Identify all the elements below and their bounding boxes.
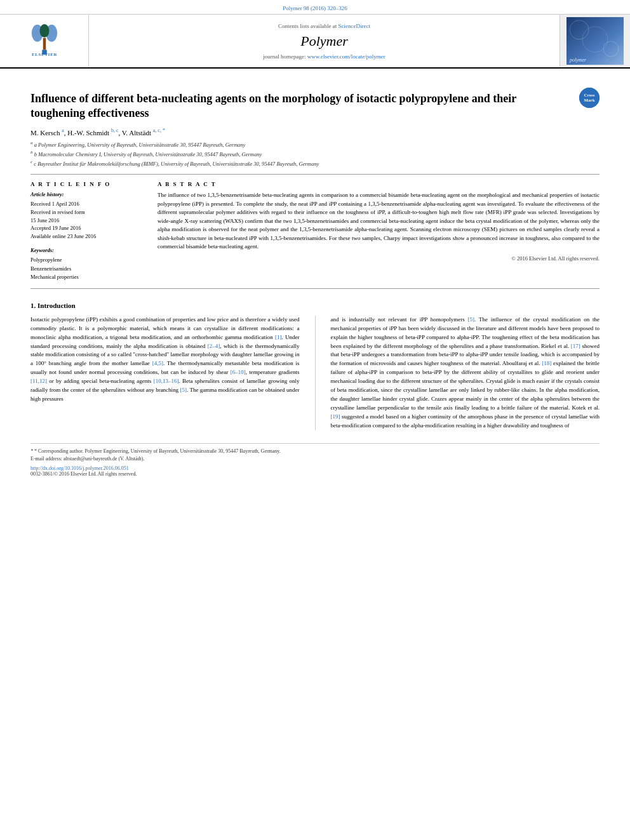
- abstract-col: A B S T R A C T The influence of two 1,3…: [158, 181, 600, 282]
- svg-rect-1: [43, 38, 46, 50]
- keywords-label: Keywords:: [30, 247, 145, 253]
- intro-left-text: Isotactic polypropylene (iPP) exhibits a…: [30, 316, 300, 404]
- journal-citation: Polymer 98 (2016) 320–326: [0, 5, 630, 11]
- divider-2: [30, 288, 600, 289]
- abstract-heading: A B S T R A C T: [158, 181, 600, 187]
- journal-homepage: journal homepage: www.elsevier.com/locat…: [263, 53, 385, 60]
- email-link[interactable]: altstaedt@uni-bayreuth.de: [64, 456, 117, 462]
- accepted-date: Accepted 19 June 2016: [30, 224, 145, 232]
- intro-right-text: and is industrially not relevant for iPP…: [331, 316, 600, 430]
- divider-1: [30, 174, 600, 175]
- author-schmidt: H.-W. Schmidt: [67, 128, 109, 136]
- author-kersch: M. Kersch: [30, 128, 60, 136]
- available-date: Available online 23 June 2016: [30, 232, 145, 241]
- word-the: the: [403, 422, 410, 429]
- word-with: with: [589, 413, 600, 420]
- article-info-col: A R T I C L E I N F O Article history: R…: [30, 181, 145, 282]
- keyword-2: Benzenetrisamides: [30, 265, 145, 274]
- homepage-text: journal homepage:: [263, 53, 305, 60]
- cite-10-16[interactable]: [10,13–16]: [154, 378, 179, 384]
- cite-17[interactable]: [17]: [571, 343, 580, 349]
- doi-url[interactable]: http://dx.doi.org/10.1016/j.polymer.2016…: [30, 465, 129, 471]
- affiliations: a a Polymer Engineering, University of B…: [30, 140, 600, 168]
- svg-text:ELSEVIER: ELSEVIER: [31, 52, 57, 57]
- affiliation-c: c c Bayreuther Institut für Makromolekül…: [30, 159, 600, 168]
- page-wrapper: Polymer 98 (2016) 320–326: [0, 0, 630, 487]
- author-schmidt-sup: b, c: [111, 128, 119, 133]
- cite-2-4[interactable]: [2–4]: [208, 343, 220, 349]
- affiliation-a: a a Polymer Engineering, University of B…: [30, 140, 600, 149]
- cite-19[interactable]: [19]: [331, 413, 340, 420]
- article-title: Influence of different beta-nucleating a…: [30, 91, 600, 121]
- journal-header: Polymer 98 (2016) 320–326: [0, 0, 630, 69]
- email-label: E-mail address:: [30, 456, 62, 462]
- received-revised-date: 15 June 2016: [30, 217, 145, 225]
- introduction-section: 1. Introduction Isotactic polypropylene …: [30, 302, 600, 430]
- intro-left-col: Isotactic polypropylene (iPP) exhibits a…: [30, 316, 300, 430]
- contents-line: Contents lists available at ScienceDirec…: [278, 23, 370, 29]
- corresponding-author-note: * Corresponding author. Polymer Engineer…: [34, 448, 281, 454]
- svg-point-4: [39, 24, 49, 37]
- cite-5[interactable]: [5]: [180, 387, 187, 393]
- cover-svg: polymer: [566, 17, 624, 65]
- crossmark-svg: Cross Mark: [579, 88, 600, 108]
- intro-heading: 1. Introduction: [30, 302, 600, 309]
- email-person: (V. Altstädt).: [118, 456, 144, 462]
- sciencedirect-link[interactable]: ScienceDirect: [338, 23, 370, 29]
- intro-number: 1.: [30, 302, 36, 309]
- crossmark-badge[interactable]: Cross Mark: [579, 88, 600, 108]
- doi-link[interactable]: http://dx.doi.org/10.1016/j.polymer.2016…: [30, 465, 600, 471]
- keyword-1: Polypropylene: [30, 256, 145, 265]
- cite-11-12[interactable]: [11,12]: [30, 378, 47, 384]
- svg-text:Cross: Cross: [584, 93, 595, 98]
- svg-text:Mark: Mark: [584, 98, 594, 103]
- copyright-line: © 2016 Elsevier Ltd. All rights reserved…: [158, 255, 600, 262]
- email-footnote: E-mail address: altstaedt@uni-bayreuth.d…: [30, 455, 600, 463]
- author-altstaedt: V. Altstädt: [122, 128, 151, 136]
- cite-5b[interactable]: [5]: [468, 316, 475, 323]
- intro-body-cols: Isotactic polypropylene (iPP) exhibits a…: [30, 316, 600, 430]
- elsevier-logo-area: ELSEVIER: [0, 15, 89, 67]
- authors-line: M. Kersch a, H.-W. Schmidt b, c, V. Alts…: [30, 128, 600, 137]
- received-revised-label: Received in revised form: [30, 208, 145, 217]
- elsevier-logo: ELSEVIER: [25, 23, 64, 59]
- journal-name: Polymer: [300, 33, 348, 50]
- footnote-area: * * Corresponding author. Polymer Engine…: [30, 443, 600, 477]
- cover-image-area: polymer: [560, 15, 630, 67]
- cite-4-5[interactable]: [4,5]: [152, 360, 163, 366]
- header-content: ELSEVIER Contents lists available at Sci…: [0, 14, 630, 67]
- crossmark-icon: Cross Mark: [579, 88, 600, 108]
- article-info-heading: A R T I C L E I N F O: [30, 181, 145, 187]
- col-divider: [315, 316, 316, 430]
- contents-text: Contents lists available at: [278, 23, 337, 29]
- cite-1[interactable]: [1]: [275, 334, 282, 340]
- citation-text: Polymer 98 (2016) 320–326: [283, 5, 347, 11]
- homepage-url[interactable]: www.elsevier.com/locate/polymer: [307, 53, 385, 60]
- author-altstaedt-sup: a, c, *: [153, 128, 165, 133]
- svg-text:polymer: polymer: [569, 57, 587, 63]
- received-date: Received 1 April 2016: [30, 200, 145, 208]
- keywords-section: Keywords: Polypropylene Benzenetrisamide…: [30, 247, 145, 282]
- journal-title-area: Contents lists available at ScienceDirec…: [89, 15, 560, 67]
- issn-text: 0032-3861/© 2016 Elsevier Ltd. All right…: [30, 471, 600, 477]
- info-abstract-row: A R T I C L E I N F O Article history: R…: [30, 181, 600, 282]
- intro-right-col: and is industrially not relevant for iPP…: [331, 316, 600, 430]
- cite-18[interactable]: [18]: [542, 360, 551, 366]
- intro-title: Introduction: [37, 302, 76, 309]
- cite-6-10[interactable]: [6–10]: [231, 369, 246, 375]
- author-kersch-sup: a: [62, 128, 64, 133]
- history-label: Article history:: [30, 191, 145, 197]
- elsevier-tree-icon: ELSEVIER: [25, 23, 64, 58]
- star-footnote: * * Corresponding author. Polymer Engine…: [30, 448, 600, 455]
- article-content: Cross Mark Influence of different beta-n…: [0, 69, 630, 487]
- star-symbol: *: [30, 448, 33, 454]
- polymer-cover-image: polymer: [566, 17, 624, 65]
- abstract-text: The influence of two 1,3,5-benzenetrisam…: [158, 191, 600, 251]
- keyword-3: Mechanical properties: [30, 273, 145, 282]
- affiliation-b: b b Macromolecular Chemistry I, Universi…: [30, 149, 600, 159]
